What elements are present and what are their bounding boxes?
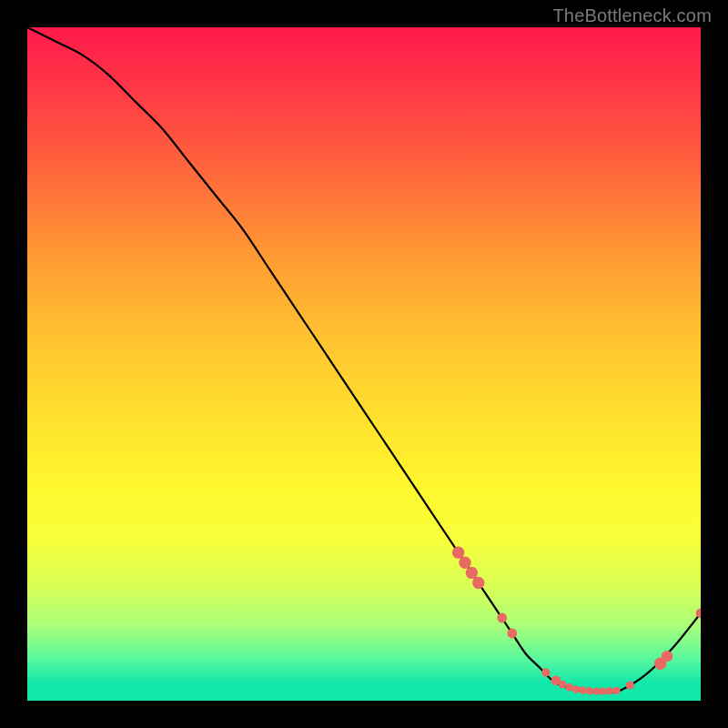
curve-marker <box>459 557 470 569</box>
curve-marker <box>592 687 600 694</box>
chart-svg <box>27 27 701 701</box>
curve-marker <box>626 681 634 689</box>
curve-marker <box>541 668 550 676</box>
bottleneck-curve <box>27 27 701 693</box>
curve-marker <box>452 547 464 559</box>
curve-marker <box>600 687 607 694</box>
curve-marker <box>612 687 620 694</box>
watermark-text: TheBottleneck.com <box>552 5 712 26</box>
plot-area <box>27 27 701 701</box>
curve-marker <box>472 577 484 589</box>
curve-marker <box>696 608 701 618</box>
curve-marker <box>497 613 507 623</box>
curve-marker <box>566 683 573 691</box>
curve-marker <box>572 685 580 693</box>
curve-marker <box>559 681 566 688</box>
curve-marker <box>466 567 478 579</box>
curve-markers <box>452 547 701 695</box>
chart-stage: TheBottleneck.com <box>0 0 728 728</box>
curve-marker <box>606 687 613 694</box>
curve-marker <box>579 686 586 693</box>
curve-marker <box>662 651 672 662</box>
curve-marker <box>507 629 517 639</box>
curve-marker <box>586 687 593 694</box>
